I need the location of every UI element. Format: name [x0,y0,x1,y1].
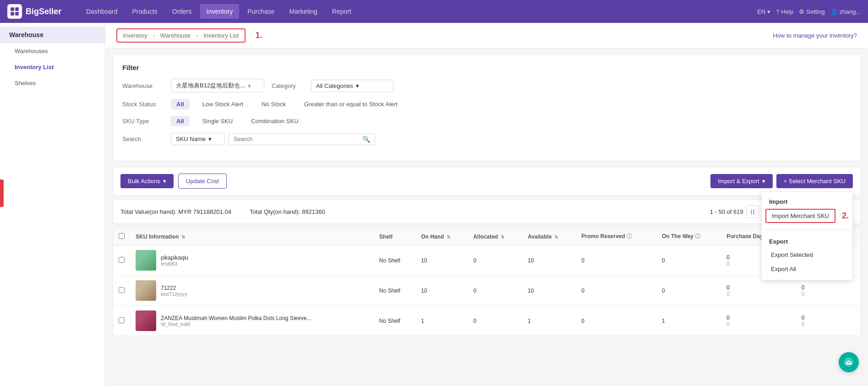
sidebar-item-warehouses[interactable]: Warehouses [0,43,105,59]
category-select[interactable]: All Categories ▾ [311,80,393,92]
breadcrumb-warehouse[interactable]: Warehouse [160,32,191,39]
nav-products[interactable]: Products [126,4,164,19]
export-all-item[interactable]: Export All [762,262,852,276]
search-type-arrow: ▾ [208,136,212,142]
search-type-select[interactable]: SKU Name ▾ [171,133,225,145]
select-all-header[interactable] [113,228,130,245]
row-checkbox-cell[interactable] [113,276,130,306]
available-sort-icon: ⇅ [554,234,558,239]
total-qty: Total Qty(on hand): 8921360 [250,208,325,215]
sku-info-cell: pikapikaqiu test683 [130,245,374,276]
toolbar-right: Import & Export ▾ + Select Merchant SKU … [710,174,853,188]
chat-fab-button[interactable] [839,352,859,372]
stock-status-low-alert[interactable]: Low Stock Alert [197,99,249,109]
table-row: ZANZEA Muslimah Women Muslim Polka Dots … [113,306,860,336]
import-merchant-sku-item[interactable]: Import Merchant SKU [765,209,835,223]
nav-report[interactable]: Report [326,4,358,19]
nav-orders[interactable]: Orders [166,4,198,19]
nav-purchase[interactable]: Purchase [241,4,281,19]
sku-type-single[interactable]: Single SKU [197,116,238,126]
sku-sub: test683 [161,261,188,266]
import-export-button[interactable]: Import & Export ▾ [710,174,772,188]
language-switcher[interactable]: EN ▾ [757,8,770,15]
nav-dashboard[interactable]: Dashboard [80,4,124,19]
purchase-days-cell: 00 [721,306,796,336]
sku-sub: W_Red_IntM [161,321,311,327]
search-controls: SKU Name ▾ 🔍 [171,133,375,145]
allocated-cell: 0 [468,245,522,276]
inventory-table-wrap: SKU Information ⇅ Shelf On Hand ⇅ Alloca… [113,228,861,336]
filter-search-row: Search SKU Name ▾ 🔍 [122,133,851,145]
logo-icon [7,4,22,19]
promo-reserved-cell: 0 [576,306,656,336]
on-hand-cell: 10 [415,245,468,276]
setting-button[interactable]: ⚙ Setting [799,8,824,15]
brand-logo[interactable]: BigSeller [7,4,67,19]
update-cost-button[interactable]: Update Cost [178,174,227,189]
svg-rect-3 [15,12,19,16]
th-shelf: Shelf [374,228,415,245]
filter-stock-status-label: Stock Status [122,101,164,108]
export-selected-item[interactable]: Export Selected [762,248,852,262]
export-label: Export [762,235,852,248]
row-checkbox-cell[interactable] [113,306,130,336]
page-info: 1 - 50 of 619 [710,208,743,215]
table-row: 71222 test712yyyy No Shelf 10 0 10 0 0 0… [113,276,860,306]
chat-icon [844,357,854,367]
row-checkbox[interactable] [119,317,125,323]
on-the-way-cell: 0 [656,276,721,306]
filter-sku-type-row: SKU Type All Single SKU Combination SKU [122,116,851,126]
nav-right: EN ▾ ? Help ⚙ Setting 👤 zhang... [757,8,861,15]
user-menu[interactable]: 👤 zhang... [830,8,861,15]
available-cell: 1 [522,306,576,336]
available-cell: 10 [522,245,576,276]
warehouse-select[interactable]: 火星地表B12盆地后勤仓... ▾ [171,79,264,92]
nav-inventory[interactable]: Inventory [200,4,240,19]
stats-row: Total Value(on hand): MYR 791188201.04 T… [113,199,861,224]
select-all-checkbox[interactable] [119,233,125,239]
svg-rect-0 [11,7,14,11]
sku-info-cell: 71222 test712yyyy [130,276,374,306]
sku-thumbnail [136,310,156,331]
nav-marketing[interactable]: Marketing [283,4,323,19]
bulk-actions-arrow: ▾ [163,178,166,185]
help-button[interactable]: ? Help [776,8,793,15]
sku-name: 71222 [161,285,187,291]
breadcrumb-inventory[interactable]: Inventory [123,32,147,39]
row-checkbox[interactable] [119,257,125,263]
sidebar-section-warehouse[interactable]: Warehouse [0,27,105,43]
import-section: Import Import Merchant SKU 2. [762,192,852,228]
row-checkbox[interactable] [119,287,125,293]
side-collapse-bar[interactable] [0,179,4,207]
filter-panel: Filter Warehouse 火星地表B12盆地后勤仓... ▾ Categ… [113,54,861,161]
stock-status-no-stock[interactable]: No Stock [256,99,291,109]
main-content: Inventory › Warehouse › Inventory List 1… [105,23,868,386]
search-input[interactable] [234,136,362,142]
stock-status-gte-alert[interactable]: Greater than or equal to Stock Alert [299,99,403,109]
bulk-actions-button[interactable]: Bulk Actions ▾ [120,174,174,188]
sidebar-item-inventory-list[interactable]: Inventory List [0,59,105,75]
search-icon: 🔍 [362,136,370,143]
category-dropdown-arrow: ▾ [356,82,359,89]
row-checkbox-cell[interactable] [113,245,130,276]
select-merchant-sku-button[interactable]: + Select Merchant SKU [776,174,853,188]
th-allocated: Allocated ⇅ [468,228,522,245]
svg-rect-2 [11,12,14,16]
sidebar-item-shelves[interactable]: Shelves [0,75,105,91]
sku-type-all[interactable]: All [171,116,190,126]
sku-type-combination[interactable]: Combination SKU [246,116,304,126]
inventory-table: SKU Information ⇅ Shelf On Hand ⇅ Alloca… [113,228,860,336]
layout: Warehouse Warehouses Inventory List Shel… [0,23,868,386]
page-first-btn[interactable]: ⟨⟨ [746,205,759,218]
breadcrumb-inventory-list[interactable]: Inventory List [203,32,239,39]
breadcrumb-bar: Inventory › Warehouse › Inventory List 1… [105,23,868,49]
promo-reserved-cell: 0 [576,276,656,306]
sku-name: ZANZEA Muslimah Women Muslim Polka Dots … [161,315,311,321]
filter-sku-type-label: SKU Type [122,118,164,125]
top-nav: BigSeller Dashboard Products Orders Inve… [0,0,868,23]
help-inventory-link[interactable]: How to manage your inventory? [773,32,857,39]
sku-sub: test712yyyy [161,291,187,297]
available-cell: 10 [522,276,576,306]
th-promo-reserved: Promo Reserved ⓘ [576,228,656,245]
stock-status-all[interactable]: All [171,99,190,109]
